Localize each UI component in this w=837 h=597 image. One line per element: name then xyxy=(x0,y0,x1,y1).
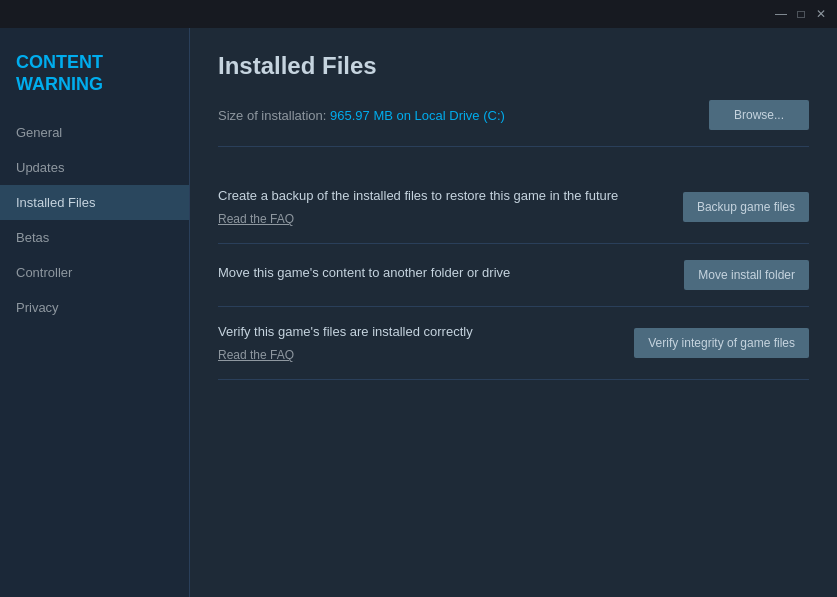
install-size-row: Size of installation: 965.97 MB on Local… xyxy=(218,100,809,147)
sidebar: CONTENT WARNING GeneralUpdatesInstalled … xyxy=(0,28,190,597)
sidebar-item-privacy[interactable]: Privacy xyxy=(0,290,189,325)
sidebar-item-updates[interactable]: Updates xyxy=(0,150,189,185)
faq-link-backup[interactable]: Read the FAQ xyxy=(218,212,294,226)
install-size-text: Size of installation: 965.97 MB on Local… xyxy=(218,108,505,123)
action-btn-verify[interactable]: Verify integrity of game files xyxy=(634,328,809,358)
install-size-value: 965.97 MB on Local Drive (C:) xyxy=(330,108,505,123)
page-title: Installed Files xyxy=(218,52,809,80)
close-button[interactable]: ✕ xyxy=(813,6,829,22)
sidebar-item-controller[interactable]: Controller xyxy=(0,255,189,290)
faq-link-verify[interactable]: Read the FAQ xyxy=(218,348,294,362)
sidebar-item-general[interactable]: General xyxy=(0,115,189,150)
section-info-verify: Verify this game's files are installed c… xyxy=(218,323,634,363)
section-desc-verify: Verify this game's files are installed c… xyxy=(218,323,614,341)
content-area: Installed Files Size of installation: 96… xyxy=(190,28,837,597)
sidebar-nav: GeneralUpdatesInstalled FilesBetasContro… xyxy=(0,115,189,325)
sidebar-item-betas[interactable]: Betas xyxy=(0,220,189,255)
title-bar: — □ ✕ xyxy=(0,0,837,28)
maximize-button[interactable]: □ xyxy=(793,6,809,22)
game-title: CONTENT WARNING xyxy=(0,44,189,115)
section-desc-move: Move this game's content to another fold… xyxy=(218,264,664,282)
section-info-move: Move this game's content to another fold… xyxy=(218,264,684,286)
minimize-button[interactable]: — xyxy=(773,6,789,22)
section-row-move: Move this game's content to another fold… xyxy=(218,244,809,307)
section-row-verify: Verify this game's files are installed c… xyxy=(218,307,809,380)
section-info-backup: Create a backup of the installed files t… xyxy=(218,187,683,227)
sidebar-item-installed-files[interactable]: Installed Files xyxy=(0,185,189,220)
action-btn-move[interactable]: Move install folder xyxy=(684,260,809,290)
install-size-prefix: Size of installation: xyxy=(218,108,330,123)
browse-button[interactable]: Browse... xyxy=(709,100,809,130)
sections-container: Create a backup of the installed files t… xyxy=(218,171,809,380)
section-row-backup: Create a backup of the installed files t… xyxy=(218,171,809,244)
main-layout: CONTENT WARNING GeneralUpdatesInstalled … xyxy=(0,28,837,597)
action-btn-backup[interactable]: Backup game files xyxy=(683,192,809,222)
section-desc-backup: Create a backup of the installed files t… xyxy=(218,187,663,205)
